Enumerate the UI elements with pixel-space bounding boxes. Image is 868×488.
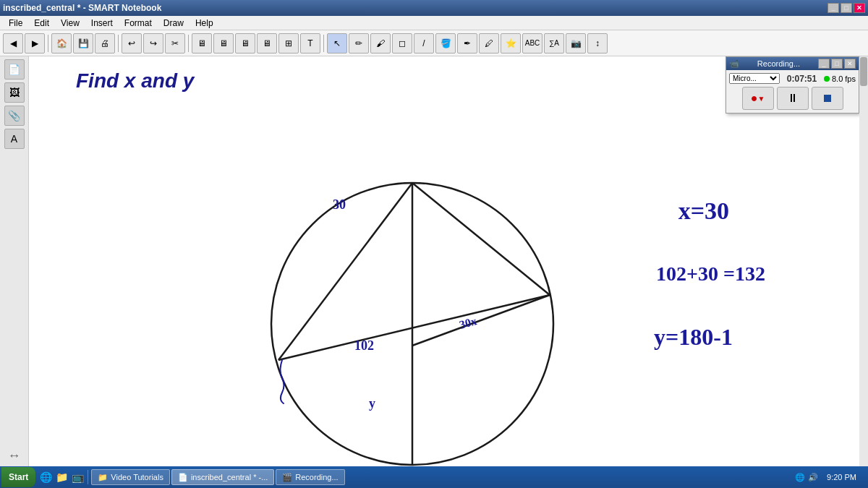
recording-buttons: ● ▼ ⏸ ⏹ [729,87,856,110]
undo-button[interactable]: ↩ [122,33,142,53]
fill-tool[interactable]: 🪣 [435,33,456,53]
menu-insert[interactable]: Insert [85,17,119,30]
record-button[interactable]: ● ▼ [742,87,774,110]
expand-icon[interactable]: ↔ [8,448,21,463]
redo-button[interactable]: ↪ [143,33,163,53]
recording-icon: 📹 [729,59,739,69]
arrow-tool[interactable]: ↕ [587,33,608,53]
y-equals: y=180-1 [654,324,733,351]
image-icon[interactable]: 🖼 [4,82,25,103]
taskbar-item-icon-2: 📄 [178,473,188,482]
monitor-btn4[interactable]: 🖥 [257,33,277,53]
stamp-tool[interactable]: ⭐ [501,33,521,53]
monitor-btn[interactable]: 🖥 [192,33,212,53]
canvas-area[interactable]: Find x and y 30 102 30x y x=30 102+30 =1… [29,56,859,466]
title-bar: inscribed_central * - SMART Notebook _ □… [0,0,868,16]
grid-btn[interactable]: ⊞ [278,33,299,53]
minimize-button[interactable]: _ [827,3,839,13]
text-btn[interactable]: T [300,33,320,53]
home-button[interactable]: 🏠 [51,33,72,53]
taskbar-item-icon-3: 🎬 [282,473,292,482]
fps-indicator: 8.0 fps [824,74,856,83]
rec-close[interactable]: ✕ [844,59,856,69]
abc-tool[interactable]: ABC [522,33,542,53]
forward-button[interactable]: ▶ [25,33,45,53]
taskbar-smart-notebook[interactable]: 📄 inscribed_central * -... [171,469,274,485]
menu-draw[interactable]: Draw [158,17,190,30]
menu-help[interactable]: Help [190,17,219,30]
pause-button[interactable]: ⏸ [777,87,809,110]
left-sidebar: 📄 🖼 📎 A ↔ [0,56,29,466]
find-text: Find x and y [76,69,194,93]
recording-widget: 📹 Recording... _ □ ✕ Micro... 0:07:51 8. [726,56,859,114]
menu-edit[interactable]: Edit [28,17,55,30]
taskbar-item-label-1: Video Tutorials [111,473,163,481]
menu-bar: File Edit View Insert Format Draw Help [0,16,868,30]
pen2-tool[interactable]: ✒ [457,33,477,53]
maximize-button[interactable]: □ [841,3,852,13]
close-button[interactable]: ✕ [854,3,865,13]
menu-format[interactable]: Format [119,17,158,30]
taskbar-item-icon-1: 📁 [98,473,108,482]
taskbar-item-label-2: inscribed_central * -... [191,473,268,481]
taskbar-clock: 9:20 PM [821,473,862,481]
select-tool[interactable]: ↖ [327,33,347,53]
svg-line-4 [412,183,550,295]
save-button[interactable]: 💾 [73,33,93,53]
monitor-btn2[interactable]: 🖥 [213,33,234,53]
geometry-svg [29,56,859,466]
back-button[interactable]: ◀ [3,33,23,53]
font-icon[interactable]: A [4,129,25,149]
window-title: inscribed_central * - SMART Notebook [3,3,161,13]
quicklaunch-folder[interactable]: 📁 [54,470,69,484]
sum-calc: 102+30 =132 [656,262,765,286]
eraser-tool[interactable]: ◻ [392,33,412,53]
clip-icon[interactable]: 📎 [4,106,25,126]
separator-3 [188,35,189,52]
start-button[interactable]: Start [1,467,35,487]
toolbar: ◀ ▶ 🏠 💾 🖨 ↩ ↪ ✂ 🖥 🖥 🖥 🖥 ⊞ T ↖ ✏ 🖌 ◻ / 🪣 … [0,30,868,56]
menu-file[interactable]: File [3,17,28,30]
quicklaunch-media[interactable]: 📺 [70,470,85,484]
microphone-select[interactable]: Micro... [729,73,780,84]
print-button[interactable]: 🖨 [95,33,115,53]
recording-timer: 0:07:51 [787,74,817,84]
svg-line-5 [412,295,550,346]
menu-view[interactable]: View [55,17,85,30]
tray-volume: 🔊 [808,473,818,482]
recording-top-row: Micro... 0:07:51 8.0 fps [729,73,856,84]
separator-1 [48,35,48,52]
scroll-thumb[interactable] [860,57,867,86]
rec-minimize[interactable]: _ [818,59,830,69]
separator-4 [323,35,324,52]
separator-2 [118,35,119,52]
x-equals: x=30 [678,197,729,225]
math-tool[interactable]: ∑A [544,33,564,53]
line-tool[interactable]: / [414,33,434,53]
recording-title: Recording... [757,59,800,68]
camera-tool[interactable]: 📷 [566,33,586,53]
stop-button[interactable]: ⏹ [812,87,843,110]
page-icon[interactable]: 📄 [4,59,25,80]
taskbar-recording[interactable]: 🎬 Recording... [276,469,344,485]
fps-label: 8.0 fps [832,74,856,83]
label-30: 30 [333,197,346,213]
marker-tool[interactable]: 🖊 [479,33,499,53]
fps-dot [824,76,830,82]
title-bar-buttons[interactable]: _ □ ✕ [827,3,865,13]
taskbar-tray: 🌐 🔊 9:20 PM [789,473,868,482]
recording-title-bar: 📹 Recording... _ □ ✕ [726,57,859,70]
monitor-btn3[interactable]: 🖥 [235,33,255,53]
brush-tool[interactable]: 🖌 [370,33,391,53]
label-102: 102 [354,338,374,354]
rec-restore[interactable]: □ [831,59,843,69]
taskbar: Start 🌐 📁 📺 📁 Video Tutorials 📄 inscribe… [0,466,868,488]
taskbar-video-tutorials[interactable]: 📁 Video Tutorials [91,469,170,485]
taskbar-item-label-3: Recording... [295,473,338,481]
cut-button[interactable]: ✂ [165,33,185,53]
label-y: y [369,396,375,411]
quicklaunch-ie[interactable]: 🌐 [38,470,53,484]
scrollbar-vertical[interactable] [859,56,868,466]
main-area: 📄 🖼 📎 A ↔ [0,56,868,466]
pen-tool[interactable]: ✏ [349,33,369,53]
